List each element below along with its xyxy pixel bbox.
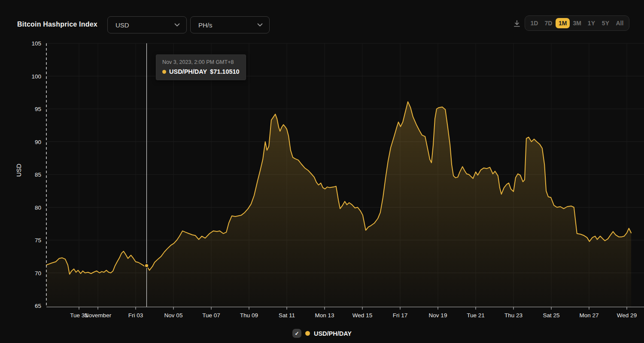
legend-label: USD/PH/DAY	[314, 330, 352, 337]
range-button-1y[interactable]: 1Y	[584, 18, 598, 29]
hashprice-chart[interactable]: 65707580859095100105USDTue 31NovemberFri…	[0, 0, 644, 343]
legend-checkbox[interactable]: ✓	[292, 329, 301, 338]
series-dot-icon	[305, 331, 310, 336]
range-selector: 1D7D1M3M1Y5YAll	[525, 15, 629, 31]
x-axis-label: Fri 03	[128, 312, 143, 319]
currency-dropdown[interactable]: USD	[107, 16, 187, 33]
y-axis-label: 75	[35, 237, 41, 244]
checkmark-icon: ✓	[295, 331, 299, 337]
series-dot-icon	[162, 70, 166, 74]
legend-item-usd-ph-day[interactable]: ✓ USD/PH/DAY	[0, 329, 644, 338]
x-axis-label: Thu 09	[240, 312, 258, 319]
chevron-down-icon	[257, 23, 263, 27]
x-axis-label: Tue 21	[467, 312, 485, 319]
x-axis-label: Nov 19	[429, 312, 447, 319]
unit-dropdown-value: PH/s	[198, 21, 213, 29]
range-button-7d[interactable]: 7D	[541, 18, 556, 29]
x-axis-label: Wed 15	[352, 312, 372, 319]
y-axis-title: USD	[15, 164, 22, 177]
y-axis-label: 100	[31, 73, 41, 80]
x-axis-label: Sat 11	[279, 312, 295, 319]
tooltip-series-label: USD/PH/DAY	[169, 68, 207, 75]
series-area	[46, 102, 631, 307]
series-line	[46, 102, 631, 274]
currency-dropdown-value: USD	[115, 21, 129, 29]
x-axis-label: November	[85, 312, 112, 319]
y-axis-label: 85	[35, 172, 41, 178]
tooltip-value: $71.10510	[210, 68, 240, 75]
x-axis-label: Sat 25	[543, 312, 559, 319]
x-axis-label: Nov 05	[164, 312, 183, 319]
unit-dropdown[interactable]: PH/s	[190, 16, 270, 33]
y-axis-label: 70	[35, 270, 41, 277]
download-button[interactable]	[511, 18, 522, 29]
y-axis-label: 80	[35, 205, 41, 211]
chart-tooltip: Nov 3, 2023, 2:00 PM GMT+8 USD/PH/DAY $7…	[156, 54, 246, 80]
hashprice-dashboard: Bitcoin Hashprice Index USD PH/s 1D7D1M3…	[0, 0, 644, 343]
page-title: Bitcoin Hashprice Index	[17, 21, 97, 28]
x-axis-label: Thu 23	[504, 312, 522, 319]
x-axis-label: Mon 27	[579, 312, 598, 319]
crosshair-dot	[145, 264, 149, 268]
x-axis-label: Fri 17	[393, 312, 408, 319]
x-axis-label: Wed 29	[617, 312, 637, 319]
range-button-1m[interactable]: 1M	[556, 18, 570, 29]
y-axis-label: 95	[35, 106, 41, 112]
y-axis-label: 105	[31, 40, 41, 47]
y-axis-label: 65	[35, 303, 41, 309]
tooltip-timestamp: Nov 3, 2023, 2:00 PM GMT+8	[162, 59, 240, 65]
x-axis-label: Mon 13	[315, 312, 334, 319]
range-button-1d[interactable]: 1D	[527, 18, 541, 29]
range-button-5y[interactable]: 5Y	[598, 18, 613, 29]
range-button-3m[interactable]: 3M	[570, 18, 584, 29]
range-button-all[interactable]: All	[613, 18, 627, 29]
x-axis-label: Tue 07	[202, 312, 220, 319]
y-axis-label: 90	[35, 139, 41, 145]
download-icon	[513, 19, 521, 28]
x-axis-label: Tue 31	[70, 312, 88, 319]
chevron-down-icon	[174, 23, 180, 27]
